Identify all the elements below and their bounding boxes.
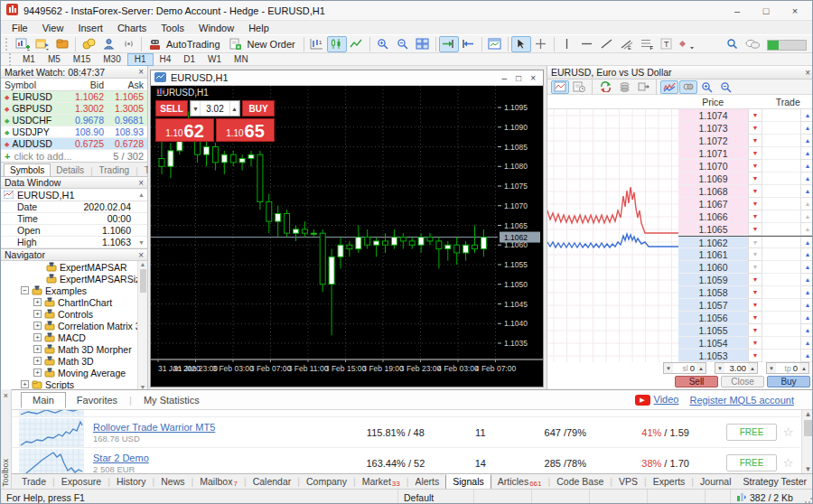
buy-at-price-button[interactable]: ▲ xyxy=(800,122,813,135)
video-link[interactable]: ▶Video xyxy=(635,394,679,406)
dom-trade-cell[interactable] xyxy=(762,274,800,286)
dom-zoom-in-icon[interactable] xyxy=(698,80,716,94)
dom-trade-cell[interactable] xyxy=(762,324,800,337)
arrows-tool-icon[interactable] xyxy=(677,36,696,52)
buy-at-price-button[interactable]: ▲ xyxy=(800,147,813,160)
dom-spread-icon[interactable] xyxy=(679,80,697,94)
signal-free-button[interactable]: FREE xyxy=(726,424,777,441)
sell-at-price-button[interactable]: ▼ xyxy=(748,261,762,274)
buy-at-price-button[interactable]: ▲ xyxy=(800,324,813,337)
dom-trade-cell[interactable] xyxy=(762,286,800,299)
volume-down-icon[interactable]: ▼ xyxy=(191,101,201,116)
maximize-button[interactable]: □ xyxy=(754,5,778,16)
sell-at-price-button[interactable]: ▼ xyxy=(748,160,762,173)
navigator-item[interactable]: +Math 3D xyxy=(1,355,147,367)
new-order-label[interactable]: New Order xyxy=(248,39,295,50)
sell-at-price-button[interactable]: ▼ xyxy=(748,337,762,350)
favorite-star-icon[interactable]: ☆ xyxy=(777,425,799,439)
dom-volume-icon[interactable] xyxy=(615,80,633,94)
navigator-item[interactable]: ExpertMAPSARSizeOptim xyxy=(1,273,147,285)
toolbox-tab-experts[interactable]: Experts xyxy=(647,476,692,487)
sell-at-price-button[interactable]: ▼ xyxy=(748,173,762,185)
toolbox-tab-code-base[interactable]: Code Base xyxy=(550,476,610,487)
signals-icon[interactable] xyxy=(118,36,138,52)
sell-at-price-button[interactable]: ▼ xyxy=(748,147,762,160)
navigator-item[interactable]: +ChartInChart xyxy=(1,296,147,308)
dom-chart-mode-icon[interactable] xyxy=(551,80,569,94)
sell-at-price-button[interactable]: ▼ xyxy=(748,350,762,362)
toolbox-tab-trade[interactable]: Trade xyxy=(15,476,52,487)
tree-expander-icon[interactable]: + xyxy=(33,369,42,377)
equidistant-channel-icon[interactable]: E xyxy=(617,36,637,52)
dom-trade-cell[interactable] xyxy=(762,210,800,223)
toolbox-tab-vps[interactable]: VPS xyxy=(612,476,644,487)
chart-restore-icon[interactable]: □ xyxy=(516,73,521,83)
market-watch-row[interactable]: ◆EURUSD1.10621.1065 xyxy=(1,91,147,103)
sell-at-price-button[interactable]: ▼ xyxy=(748,109,762,122)
autotrading-icon[interactable] xyxy=(145,36,164,52)
bar-chart-icon[interactable]: 1 xyxy=(307,36,327,52)
buy-at-price-button[interactable]: ▲ xyxy=(800,248,813,261)
dom-book-mode-icon[interactable] xyxy=(570,80,588,94)
chart-area[interactable]: 1.10951.10901.10851.10801.10751.10701.10… xyxy=(151,86,543,387)
toolbox-tab-company[interactable]: Company xyxy=(300,476,353,487)
navigator-item[interactable]: +Moving Average xyxy=(1,367,147,378)
zoom-in-icon[interactable] xyxy=(373,36,393,52)
dom-tick-chart-icon[interactable] xyxy=(660,80,678,94)
toolbox-tab-exposure[interactable]: Exposure xyxy=(55,476,107,487)
buy-at-price-button[interactable]: ▲ xyxy=(800,109,813,122)
data-window-close-icon[interactable]: × xyxy=(138,178,144,188)
dom-trade-cell[interactable] xyxy=(762,185,800,198)
buy-at-price-button[interactable]: ▲ xyxy=(800,299,813,312)
timeframe-m15[interactable]: M15 xyxy=(67,53,97,66)
market-watch-tab-details[interactable]: Details xyxy=(51,164,89,176)
navigator-item[interactable]: +Correlation Matrix 3D xyxy=(1,320,147,331)
toolbox-tab-mailbox[interactable]: Mailbox7 xyxy=(193,476,244,488)
toolbox-tab-alerts[interactable]: Alerts xyxy=(408,476,445,487)
sell-at-price-button[interactable]: ▼ xyxy=(748,299,762,312)
dom-trade-cell[interactable] xyxy=(762,109,800,122)
signals-scrollbar[interactable]: ▲▼ xyxy=(801,410,813,473)
dom-trade-cell[interactable] xyxy=(762,198,800,210)
sell-at-price-button[interactable]: ▼ xyxy=(748,324,762,337)
dom-trade-cell[interactable] xyxy=(762,135,800,147)
menu-help[interactable]: Help xyxy=(241,23,276,33)
sell-at-price-button[interactable]: ▼ xyxy=(748,312,762,324)
buy-at-price-button[interactable]: ▲ xyxy=(800,160,813,173)
text-tool-icon[interactable]: T xyxy=(657,36,677,52)
trendline-icon[interactable] xyxy=(597,36,617,52)
horizontal-line-icon[interactable] xyxy=(577,36,597,52)
resize-grip[interactable] xyxy=(804,495,813,504)
stop-loss-stepper[interactable]: ▼sl0▲ xyxy=(663,362,706,374)
sell-at-price-button[interactable]: ▼ xyxy=(748,210,762,223)
timeframe-mn[interactable]: MN xyxy=(228,53,255,66)
sell-at-price-button[interactable]: ▼ xyxy=(748,274,762,286)
menu-file[interactable]: File xyxy=(5,23,35,33)
new-window-icon[interactable] xyxy=(485,36,505,52)
navigator-item[interactable]: +Math 3D Morpher xyxy=(1,343,147,355)
dom-close-icon[interactable]: × xyxy=(805,68,810,78)
navigator-item[interactable]: −Examples xyxy=(1,285,147,296)
signal-row[interactable]: Star 2 Demo2 508 EUR163.44% / 5214285 /7… xyxy=(12,448,799,473)
chart-shift-icon[interactable] xyxy=(459,36,479,52)
strategy-tester-label[interactable]: Strategy Tester xyxy=(743,476,813,487)
market-watch-tab-symbols[interactable]: Symbols xyxy=(4,163,51,176)
timeframe-d1[interactable]: D1 xyxy=(177,53,201,66)
tree-expander-icon[interactable]: + xyxy=(33,322,42,330)
dom-trade-cell[interactable] xyxy=(762,248,800,261)
sell-at-price-button[interactable]: ▼ xyxy=(748,122,762,135)
toolbox-tab-market[interactable]: Market33 xyxy=(356,476,406,488)
market-watch-row[interactable]: ◆USDCHF0.96780.9681 xyxy=(1,115,147,126)
toolbox-tab-articles[interactable]: Articles661 xyxy=(491,476,548,488)
menu-view[interactable]: View xyxy=(35,23,71,33)
timeframe-m5[interactable]: M5 xyxy=(42,53,67,66)
dom-trade-cell[interactable] xyxy=(762,261,800,274)
tree-expander-icon[interactable]: + xyxy=(21,380,29,388)
signal-name-link[interactable]: Star 2 Demo xyxy=(93,453,345,463)
dom-trade-cell[interactable] xyxy=(762,337,800,350)
navigator-scrollbar[interactable]: ▲▼ xyxy=(137,261,147,390)
market-watch-row[interactable]: ◆USDJPY108.90108.93 xyxy=(1,126,147,138)
market-watch-close-icon[interactable]: × xyxy=(138,67,144,77)
payments-icon[interactable] xyxy=(79,36,98,52)
menu-tools[interactable]: Tools xyxy=(154,23,192,33)
